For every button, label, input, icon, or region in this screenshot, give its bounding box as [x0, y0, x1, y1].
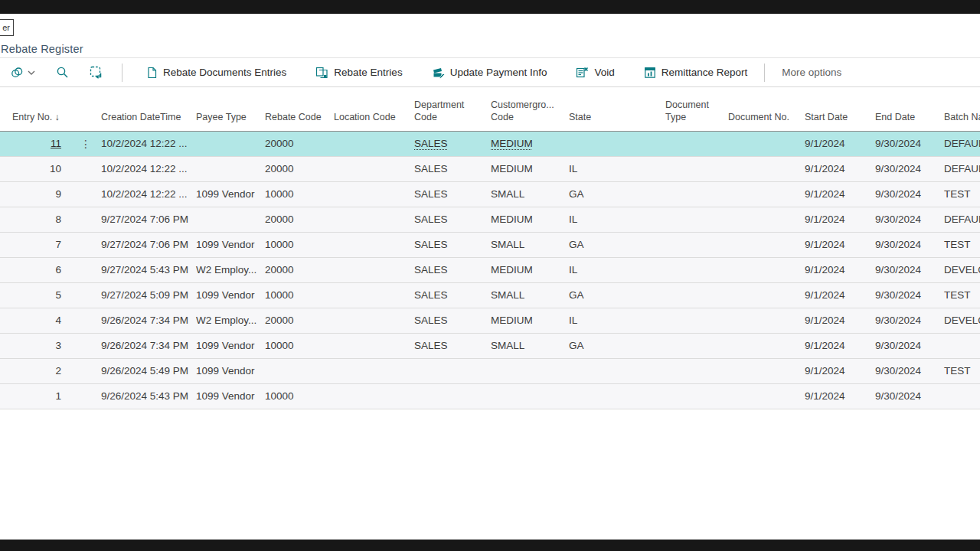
column-header-start[interactable]: Start Date — [803, 87, 874, 131]
action-void[interactable]: Void — [576, 67, 614, 79]
cell-rebate[interactable]: 20000 — [263, 257, 332, 282]
cell-state[interactable]: IL — [567, 156, 664, 181]
cell-payee[interactable]: 1099 Vendor — [194, 181, 263, 207]
cell-entry_no[interactable]: 11 — [0, 131, 72, 156]
cell-end[interactable]: 9/30/2024 — [874, 383, 942, 409]
cell-customergroup[interactable]: MEDIUM — [489, 257, 567, 282]
cell-batch[interactable]: DEFAUL — [942, 131, 980, 156]
cell-payee[interactable]: 1099 Vendor — [194, 282, 263, 308]
column-header-state[interactable]: State — [567, 87, 664, 131]
cell-menu[interactable] — [72, 282, 100, 308]
cell-state[interactable]: IL — [567, 308, 664, 333]
cell-docno[interactable] — [727, 333, 803, 358]
cell-end[interactable]: 9/30/2024 — [874, 282, 942, 308]
cell-end[interactable]: 9/30/2024 — [874, 308, 942, 333]
cell-end[interactable]: 9/30/2024 — [874, 232, 942, 257]
cell-docno[interactable] — [727, 207, 803, 232]
cell-creation[interactable]: 10/2/2024 12:22 ... — [100, 131, 194, 156]
cell-department[interactable]: SALES — [413, 282, 489, 308]
column-header-doctype[interactable]: Document Type — [664, 87, 727, 131]
cell-menu[interactable] — [72, 308, 100, 333]
cell-menu[interactable] — [72, 383, 100, 409]
cell-department[interactable]: SALES — [413, 156, 489, 181]
cell-location[interactable] — [332, 358, 413, 383]
cell-payee[interactable] — [194, 207, 263, 232]
cell-doctype[interactable] — [664, 257, 727, 282]
cell-menu[interactable]: ⋮ — [72, 131, 100, 156]
cell-department[interactable]: SALES — [413, 131, 489, 156]
cell-rebate[interactable]: 10000 — [263, 383, 332, 409]
cell-customergroup[interactable]: SMALL — [489, 181, 567, 207]
cell-end[interactable]: 9/30/2024 — [874, 156, 942, 181]
cell-creation[interactable]: 10/2/2024 12:22 ... — [100, 156, 194, 181]
cell-creation[interactable]: 9/27/2024 7:06 PM — [100, 207, 194, 232]
cell-entry_no[interactable]: 10 — [0, 156, 72, 181]
cell-batch[interactable]: TEST — [942, 282, 980, 308]
cell-department[interactable] — [413, 358, 489, 383]
cell-creation[interactable]: 9/26/2024 7:34 PM — [100, 333, 194, 358]
cell-doctype[interactable] — [664, 358, 727, 383]
cell-customergroup[interactable]: MEDIUM — [489, 156, 567, 181]
cell-menu[interactable] — [72, 358, 100, 383]
cell-start[interactable]: 9/1/2024 — [803, 308, 874, 333]
table-row-entry-9[interactable]: 910/2/2024 12:22 ...1099 Vendor10000SALE… — [0, 181, 980, 207]
cell-doctype[interactable] — [664, 156, 727, 181]
cell-state[interactable] — [567, 131, 664, 156]
cell-customergroup[interactable] — [489, 383, 567, 409]
cell-customergroup[interactable] — [489, 358, 567, 383]
cell-start[interactable]: 9/1/2024 — [803, 131, 874, 156]
cell-rebate[interactable]: 20000 — [263, 207, 332, 232]
column-header-department[interactable]: Department Code — [413, 87, 489, 131]
cell-batch[interactable]: DEFAUL — [942, 207, 980, 232]
cell-start[interactable]: 9/1/2024 — [803, 383, 874, 409]
cell-customergroup[interactable]: SMALL — [489, 232, 567, 257]
cell-customergroup[interactable]: SMALL — [489, 333, 567, 358]
cell-doctype[interactable] — [664, 282, 727, 308]
column-header-menu[interactable] — [72, 87, 100, 131]
action-rebate-entries[interactable]: Rebate Entries — [315, 67, 402, 79]
cell-docno[interactable] — [727, 358, 803, 383]
cell-state[interactable] — [567, 383, 664, 409]
cell-creation[interactable]: 10/2/2024 12:22 ... — [100, 181, 194, 207]
cell-payee[interactable]: W2 Employ... — [194, 308, 263, 333]
table-row-entry-1[interactable]: 19/26/2024 5:43 PM1099 Vendor100009/1/20… — [0, 383, 980, 409]
cell-entry_no[interactable]: 8 — [0, 207, 72, 232]
cell-end[interactable]: 9/30/2024 — [874, 181, 942, 207]
cell-state[interactable]: IL — [567, 257, 664, 282]
cell-start[interactable]: 9/1/2024 — [803, 207, 874, 232]
analysis-mode-button[interactable] — [90, 66, 103, 79]
cell-location[interactable] — [332, 257, 413, 282]
cell-payee[interactable]: 1099 Vendor — [194, 333, 263, 358]
cell-start[interactable]: 9/1/2024 — [803, 181, 874, 207]
cell-docno[interactable] — [727, 383, 803, 409]
cell-state[interactable]: GA — [567, 333, 664, 358]
cell-doctype[interactable] — [664, 181, 727, 207]
cell-entry_no[interactable]: 5 — [0, 282, 72, 308]
cell-customergroup[interactable]: MEDIUM — [489, 308, 567, 333]
cell-rebate[interactable]: 20000 — [263, 131, 332, 156]
cell-entry_no[interactable]: 3 — [0, 333, 72, 358]
cell-state[interactable] — [567, 358, 664, 383]
column-header-entry_no[interactable]: Entry No. ↓ — [0, 87, 72, 131]
cell-department[interactable]: SALES — [413, 257, 489, 282]
more-options-button[interactable]: More options — [782, 67, 841, 78]
cell-rebate[interactable]: 10000 — [263, 282, 332, 308]
cell-start[interactable]: 9/1/2024 — [803, 257, 874, 282]
cell-batch[interactable]: DEVELO — [942, 257, 980, 282]
cell-doctype[interactable] — [664, 232, 727, 257]
cell-location[interactable] — [332, 333, 413, 358]
cell-end[interactable]: 9/30/2024 — [874, 257, 942, 282]
cell-doctype[interactable] — [664, 207, 727, 232]
cell-start[interactable]: 9/1/2024 — [803, 358, 874, 383]
cell-location[interactable] — [332, 308, 413, 333]
cell-payee[interactable] — [194, 131, 263, 156]
cell-department[interactable]: SALES — [413, 333, 489, 358]
cell-location[interactable] — [332, 181, 413, 207]
cell-department[interactable]: SALES — [413, 232, 489, 257]
cell-entry_no[interactable]: 6 — [0, 257, 72, 282]
cell-location[interactable] — [332, 156, 413, 181]
cell-state[interactable]: GA — [567, 232, 664, 257]
action-update-payment-info[interactable]: Update Payment Info — [432, 67, 547, 79]
cell-doctype[interactable] — [664, 333, 727, 358]
cell-rebate[interactable] — [263, 358, 332, 383]
